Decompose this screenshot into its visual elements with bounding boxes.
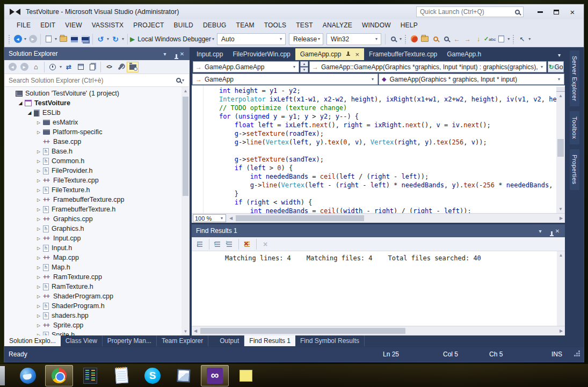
tree-vertical-scrollbar[interactable]: ▲ ▼ [182,87,190,335]
doc-tab-input.cpp[interactable]: Input.cpp [192,48,228,60]
collapsed-arrow-icon[interactable]: ▷ [35,130,42,135]
type-dropdown[interactable]: → GameApp ▾ [192,74,378,85]
tree-item-sprite.cpp[interactable]: ▷++Sprite.cpp [4,320,190,330]
scroll-left-arrow[interactable]: ◀ [192,327,199,335]
tree-item-eslib[interactable]: ◢ESLib [4,108,190,118]
menu-project[interactable]: PROJECT [128,21,169,29]
taskbar-monitor-button[interactable] [76,365,104,386]
editor-horizontal-scrollbar[interactable]: ◀ ▶ [227,214,565,222]
side-tab-server-explorer[interactable]: Server Explorer [570,50,579,106]
collapsed-arrow-icon[interactable]: ▷ [35,284,42,289]
navigate-forward-button[interactable]: ▸ [27,33,38,45]
toolbar-overflow-dropdown[interactable]: ▾ [398,36,403,41]
redo-button[interactable]: ↻ [110,33,121,45]
paste-history-button[interactable]: ↓ [473,33,484,45]
scrollbar-thumb[interactable] [236,215,364,221]
tree-item-shaders.hpp[interactable]: ▷hshaders.hpp [4,311,190,320]
tree-item-input.h[interactable]: ▷hInput.h [4,243,190,253]
collapsed-arrow-icon[interactable]: ▷ [35,149,42,154]
save-all-button[interactable] [79,33,90,45]
taskbar-notepad-button[interactable] [107,365,135,386]
toolbar-overflow-dropdown[interactable]: ▾ [527,36,532,41]
open-file-button[interactable] [58,33,69,45]
collapsed-arrow-icon[interactable]: ▷ [35,304,42,309]
tree-item-shaderprogram.h[interactable]: ▷hShaderProgram.h [4,301,190,311]
solution-explorer-search-input[interactable] [9,77,176,84]
scroll-down-arrow[interactable]: ▼ [556,206,565,213]
tree-item-map.h[interactable]: ▷hMap.h [4,262,190,272]
collapsed-arrow-icon[interactable]: ▷ [35,207,42,212]
collapsed-arrow-icon[interactable]: ▷ [35,120,42,125]
navigate-back-button[interactable]: ◂ [12,33,23,45]
quick-launch-box[interactable] [416,6,524,17]
scrollbar-thumb[interactable] [557,139,564,157]
pending-changes-filter-button[interactable] [47,62,59,72]
collapsed-arrow-icon[interactable]: ▷ [35,169,42,173]
tree-item-input.cpp[interactable]: ▷++Input.cpp [4,233,190,243]
doc-tab-gameapp.cpp[interactable]: GameApp.cpp× [295,48,364,60]
solution-explorer-titlebar[interactable]: Solution Explorer ▾ ✕ [4,47,190,60]
goto-location-button[interactable] [195,239,206,250]
find-results-content[interactable]: Matching lines: 4 Matching files: 4 Tota… [192,251,565,326]
editor-margin[interactable] [192,85,204,213]
quick-launch-input[interactable] [420,8,515,16]
collapsed-arrow-icon[interactable]: ▷ [35,178,42,183]
doc-tab-framebuffertexture.cpp[interactable]: FramebufferTexture.cpp [364,48,442,60]
menu-team[interactable]: TEAM [231,21,259,29]
tree-item-base.cpp[interactable]: ++Base.cpp [4,137,190,147]
doc-tab-gameapp.h[interactable]: GameApp.h [442,48,486,60]
doc-tab-fileproviderwin.cpp[interactable]: FileProviderWin.cpp [228,48,295,60]
comment-pointer-button[interactable]: ↖ [517,33,527,45]
spin-up-button[interactable]: ▲ [300,61,308,67]
scroll-down-arrow[interactable]: ▼ [182,327,190,335]
find-results-titlebar[interactable]: Find Results 1 ▾ ✕ [192,224,565,237]
taskbar-chrome-button[interactable] [45,365,73,386]
collapsed-arrow-icon[interactable]: ▷ [35,275,42,280]
taskbar-sticky-button[interactable] [232,365,260,386]
menu-window[interactable]: WINDOW [357,21,396,29]
tree-item-filetexture.cpp[interactable]: ▷++FileTexture.cpp [4,176,190,185]
collapsed-arrow-icon[interactable]: ▷ [35,227,42,231]
menu-view[interactable]: VIEW [60,21,86,29]
tree-item-framebuffertexture.cpp[interactable]: ▷++FramebufferTexture.cpp [4,195,190,205]
find-in-files-button[interactable] [388,33,398,45]
maximize-button[interactable] [548,6,564,18]
menu-file[interactable]: FILE [12,21,35,29]
member-dropdown[interactable]: ◆ GameApp(Graphics * graphics, Input * i… [379,74,564,85]
spell-check-button[interactable]: ✓abc [484,33,496,45]
filter-dropdown[interactable]: ▾ [59,64,63,69]
tree-item-testvoiture[interactable]: ◢TestVoiture [4,98,190,108]
taskbar-thunderbird-button[interactable] [14,365,42,386]
window-position-dropdown[interactable]: ▾ [161,51,169,57]
navigate-back-dropdown[interactable]: ▾ [23,36,27,41]
tree-item-map.cpp[interactable]: ▷++Map.cpp [4,253,190,262]
clear-all-button[interactable] [242,239,253,250]
solution-explorer-search-box[interactable]: ▾ [5,74,189,87]
panel-tab-find-results-1[interactable]: Find Results 1 [244,335,295,346]
panel-tab-output[interactable]: Output [215,335,244,346]
debug-target-dropdown[interactable]: ▾ [211,36,215,41]
scrollbar-thumb[interactable] [183,97,188,196]
navigate-backward-va-button[interactable]: ← [452,33,462,45]
collapsed-arrow-icon[interactable]: ▷ [35,236,42,241]
toolbar-grip[interactable] [404,34,407,44]
window-position-dropdown[interactable]: ▾ [536,228,545,234]
collapsed-arrow-icon[interactable]: ▷ [35,313,42,318]
side-tab-toolbox[interactable]: Toolbox [570,111,579,144]
vax-member-combobox[interactable]: → GameApp::GameApp(Graphics *graphics, I… [309,61,547,72]
show-all-files-button[interactable] [86,62,98,72]
scrollbar-thumb[interactable] [200,328,405,334]
panel-tab-class-view[interactable]: Class View [61,335,103,346]
quick-find-button[interactable] [441,33,452,45]
menu-debug[interactable]: DEBUG [198,21,231,29]
tree-item-sprite.h[interactable]: ▷hSprite.h [4,330,190,335]
taskbar-skype-button[interactable] [139,365,166,386]
new-file-button[interactable] [43,33,54,45]
redo-dropdown[interactable]: ▾ [121,36,125,41]
minimize-button[interactable] [532,6,548,18]
menu-vassistx[interactable]: VASSISTX [87,21,128,29]
tree-item-ramtexture.h[interactable]: ▷hRamTexture.h [4,282,190,291]
expanded-arrow-icon[interactable]: ◢ [26,110,33,115]
splitter-handle[interactable] [556,85,565,92]
collapsed-arrow-icon[interactable]: ▷ [35,159,42,164]
